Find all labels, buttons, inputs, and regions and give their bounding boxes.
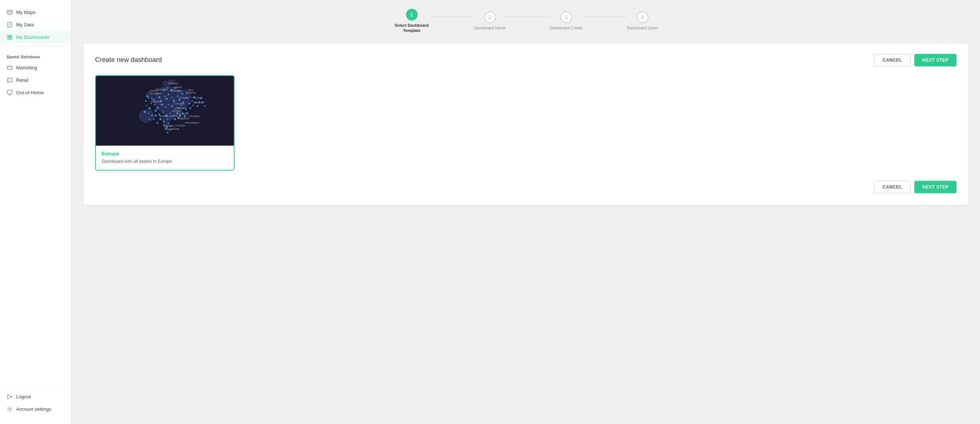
europe-map-svg: Estonia Latvia Lithuania Belarus Poland … [96,76,234,146]
svg-point-15 [172,97,173,98]
svg-text:Chișinău: Chișinău [188,114,200,118]
sidebar-item-retail[interactable]: Retail [0,74,71,86]
sidebar-bottom: Logout Account settings [0,384,71,418]
svg-text:Lithuania: Lithuania [170,89,183,92]
sidebar-solutions-label: Spotzi Solutions [0,49,71,61]
svg-text:Denmark: Denmark [156,87,167,91]
marketing-icon [6,65,13,70]
svg-text:Ukraine: Ukraine [193,101,203,104]
svg-point-8 [151,98,153,99]
cancel-button-top[interactable]: CANCEL [874,54,911,67]
sidebar-item-my-dashboards[interactable]: My Dashboards [0,31,71,43]
svg-point-12 [164,95,165,97]
sidebar-item-my-data[interactable]: My Data [0,18,71,31]
svg-point-33 [146,105,148,106]
svg-text:Republic of North: Republic of North [163,124,185,127]
svg-point-14 [167,94,169,95]
sidebar-item-retail-label: Retail [16,78,28,83]
logout-icon [6,394,13,399]
svg-text:Czechia: Czechia [174,102,185,105]
svg-text:Sevastopol: Sevastopol [185,121,199,124]
svg-text:Bosnia and Herz.: Bosnia and Herz. [159,114,182,118]
svg-point-5 [9,408,10,410]
data-icon [6,22,13,27]
svg-point-80 [181,93,183,95]
step-1-label: Select Dashboard Template [393,23,430,33]
svg-point-68 [174,118,176,120]
svg-rect-3 [7,78,12,82]
main-content: 1 Select Dashboard Template 2 Dashboard … [72,0,980,424]
card-title: Create new dashboard [95,56,162,64]
step-4: 4 Dashboard Users [627,11,659,30]
svg-point-10 [158,96,161,98]
sidebar-item-my-maps[interactable]: My Maps [0,6,71,18]
svg-text:Macedonia: Macedonia [165,127,179,130]
svg-point-42 [162,111,164,113]
sidebar-item-my-maps-label: My Maps [16,10,36,15]
step-connector-3 [583,16,627,17]
template-card-europe[interactable]: Estonia Latvia Lithuania Belarus Poland … [95,75,235,171]
template-grid: Estonia Latvia Lithuania Belarus Poland … [95,75,956,171]
step-1-circle: 1 [406,9,418,21]
svg-point-13 [165,98,168,100]
template-info: Europe Dashboard with all assets in Euro… [96,146,234,170]
svg-text:Mol.: Mol. [188,88,194,91]
svg-point-62 [157,122,159,124]
step-connector-1 [430,16,474,17]
sidebar-item-ooh-label: Out-of-Home [16,90,44,95]
svg-point-21 [161,103,163,106]
svg-point-54 [197,105,199,107]
step-2-label: Dashboard Name [474,25,506,30]
retail-icon [6,77,13,83]
template-map-europe: Estonia Latvia Lithuania Belarus Poland … [96,76,234,146]
svg-point-74 [192,105,194,106]
svg-point-73 [189,107,191,109]
svg-point-35 [148,97,149,98]
settings-icon [6,406,13,412]
svg-point-22 [165,106,167,108]
svg-rect-4 [7,90,12,94]
step-2: 2 Dashboard Name [474,11,506,30]
step-3: 3 Dashboard Create [550,11,583,30]
svg-text:Latvia: Latvia [174,85,182,88]
sidebar-nav: My Maps My Data My Dashboards Spotzi Sol… [0,6,71,384]
svg-point-63 [153,118,154,119]
svg-point-50 [189,102,191,104]
svg-text:Estonia: Estonia [169,81,178,85]
svg-point-36 [144,111,146,113]
sidebar-item-logout[interactable]: Logout [0,390,71,403]
svg-point-24 [171,105,173,107]
svg-point-23 [168,104,169,105]
svg-point-59 [159,118,162,120]
sidebar-item-marketing[interactable]: Marketing [0,61,71,74]
sidebar-item-account-settings-label: Account settings [16,407,51,412]
svg-point-82 [167,131,169,133]
next-step-button-bottom[interactable]: NEXT STEP [914,181,956,193]
step-3-label: Dashboard Create [550,25,583,30]
svg-text:Kyiv: Kyiv [194,96,200,99]
svg-point-51 [191,100,193,102]
svg-point-37 [148,113,149,114]
step-1: 1 Select Dashboard Template [393,9,430,33]
svg-point-56 [200,97,202,99]
sidebar-item-logout-label: Logout [16,394,31,399]
cancel-button-bottom[interactable]: CANCEL [874,181,911,193]
create-dashboard-card: Create new dashboard CANCEL NEXT STEP [83,44,968,205]
template-description: Dashboard with all assets in Europe [102,159,228,164]
card-header: Create new dashboard CANCEL NEXT STEP [95,54,956,67]
sidebar-item-my-dashboards-label: My Dashboards [16,35,49,40]
svg-point-34 [145,100,147,102]
svg-point-32 [148,107,151,109]
step-connector-2 [506,16,550,17]
svg-point-28 [156,107,159,109]
svg-point-44 [170,113,171,114]
next-step-button-top[interactable]: NEXT STEP [914,54,956,67]
svg-rect-2 [7,66,12,69]
svg-point-58 [204,105,205,107]
svg-point-39 [149,118,150,119]
svg-point-64 [154,114,157,116]
sidebar-item-ooh[interactable]: Out-of-Home [0,86,71,98]
svg-point-40 [154,110,157,112]
sidebar-item-account-settings[interactable]: Account settings [0,403,71,415]
svg-point-17 [177,95,178,97]
